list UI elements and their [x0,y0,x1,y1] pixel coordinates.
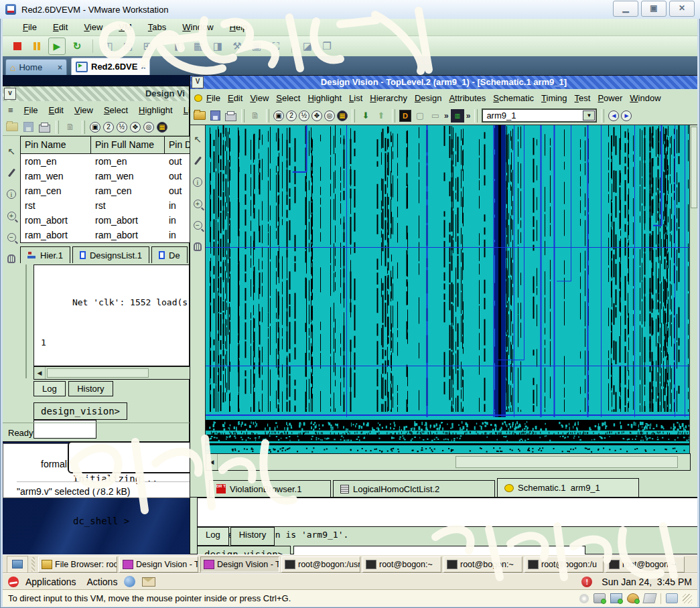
back-icon[interactable]: ◄ [608,110,619,121]
dv-left-log[interactable]: Net 'clk': 1552 load(s 1 Current design … [33,264,190,366]
menu-file[interactable]: File [23,22,37,32]
design-select-combobox[interactable]: arm9_1 ▼ [482,108,597,123]
library-button[interactable]: ❐ [319,38,335,54]
scrollbar-thumb[interactable] [456,456,678,469]
log-hscrollbar[interactable]: ◀ [33,366,191,380]
dv-front-titlebar[interactable]: V Design Vision - TopLevel.2 (arm9_1) - … [190,76,697,89]
pencil-icon[interactable] [192,155,204,167]
tab-history[interactable]: History [230,527,275,546]
mail-launcher-icon[interactable] [142,577,155,587]
settings-button[interactable]: ⚒ [229,38,245,54]
pencil-icon[interactable] [5,167,17,179]
zoom-sel-icon[interactable]: ◎ [143,122,154,133]
menu-view[interactable]: View [84,22,102,32]
dvl-menu-view[interactable]: View [74,105,93,115]
dvf-menu-attributes[interactable]: Attributes [449,93,486,103]
dvf-menu-timing[interactable]: Timing [541,93,567,103]
menu-tabs[interactable]: Tabs [148,22,166,32]
up-level-icon[interactable]: ⬆ [374,109,388,123]
dvf-menu-window[interactable]: Window [630,93,660,103]
tab-home[interactable]: ⌂ Home × [5,59,67,75]
tab-de-truncated[interactable]: De [151,246,188,263]
panel-handle[interactable] [31,557,35,572]
properties-icon[interactable]: 🗎 [249,109,262,123]
dvf-menu-design[interactable]: Design [415,93,441,103]
menu-edit[interactable]: Edit [53,22,68,32]
redhat-menu-icon[interactable] [8,577,19,587]
task-terminal-1[interactable]: root@bogon:/usr [281,556,360,573]
dvl-menu-edit[interactable]: Edit [49,105,64,115]
timing-report-icon[interactable]: ▥ [451,109,464,123]
design-browser-icon[interactable]: D [399,110,411,122]
browser-launcher-icon[interactable] [124,576,135,587]
dvf-menu-file[interactable]: File [206,93,220,103]
menu-help[interactable]: Help [230,22,248,32]
task-terminal-2[interactable]: root@bogon:~ [362,556,441,573]
dvl-menu-select[interactable]: Select [104,105,128,115]
zoom-fit-icon[interactable]: ▣ [90,122,100,133]
dvf-menu-edit[interactable]: Edit [228,93,242,103]
unity-button[interactable]: ◨ [210,38,226,54]
scroll-left-icon[interactable]: ◀ [206,454,218,470]
scrollbar-thumb[interactable] [47,368,149,378]
select-cursor-icon[interactable]: ↖ [192,133,204,145]
task-terminal-5[interactable]: root@bogon:~ [606,556,685,573]
console-view-button[interactable]: ▦ [190,38,206,54]
table-row[interactable]: ram_wenram_wenout [21,169,190,183]
select-cursor-icon[interactable]: ↖ [5,145,17,157]
zoom-in-icon[interactable]: + [5,210,17,222]
pan-icon[interactable]: ✥ [311,110,322,121]
open-icon[interactable] [5,121,19,134]
power-off-button[interactable] [9,38,25,54]
network-device-icon[interactable] [610,593,622,603]
sound-device-icon[interactable] [627,593,639,603]
print-icon[interactable] [38,121,51,134]
dvf-menu-test[interactable]: Test [575,93,591,103]
display-device-icon[interactable] [642,593,656,603]
zoom-out-icon[interactable]: − [5,231,17,243]
zoom-2x-icon[interactable]: 2 [103,122,114,133]
col-pin-full-name[interactable]: Pin Full Name [91,137,165,153]
tab-log[interactable]: Log [33,381,66,396]
message-log-icon[interactable] [666,593,678,603]
show-desktop-button[interactable] [7,556,28,573]
toolbar-overflow-chevron[interactable]: » [444,111,449,121]
scroll-left-icon[interactable]: ◀ [34,367,46,379]
pin-table[interactable]: Pin Name Pin Full Name Pin Dir rom_enrom… [20,136,191,243]
dv-front-log[interactable]: Current design is 'arm9_1'. design_visio… [197,498,697,527]
save-icon[interactable] [208,109,222,123]
reset-button[interactable]: ↻ [69,38,85,54]
dvf-menu-view[interactable]: View [250,93,269,103]
power-on-button[interactable]: ▶ [48,37,66,55]
close-button[interactable]: ✕ [669,1,695,17]
path-view-icon[interactable]: ▭ [429,109,442,123]
dvf-menu-hierarchy[interactable]: Hierarchy [370,93,407,103]
capture-button[interactable]: ▣ [249,38,265,54]
snapshot-button[interactable]: ◫ [100,38,117,54]
col-pin-dir[interactable]: Pin Dir [165,137,190,153]
snapshot-manager-button[interactable]: ⊞ [139,38,155,54]
info-icon[interactable]: i [192,176,204,188]
dvl-menu-file[interactable]: File [24,105,38,115]
schematic-vscrollbar[interactable] [689,125,697,453]
tab-schematic1-arm9-1[interactable]: Schematic.1 arm9_1 [497,478,639,497]
zoom-half-icon[interactable]: ½ [117,122,127,133]
window-menu-icon[interactable]: V [192,76,204,88]
dvf-menu-highlight[interactable]: Highlight [307,93,342,103]
tab-history[interactable]: History [68,381,113,396]
zoom-in-icon[interactable]: + [192,198,204,210]
maximize-button[interactable]: ▣ [641,1,667,17]
fullscreen-button[interactable]: ⛶ [268,38,284,54]
applications-menu[interactable]: Applications [25,577,76,587]
table-row[interactable]: ram_abortram_abortin [21,228,190,242]
file-browser-window[interactable]: formali Initializing... dc_shell > "arm9… [3,443,208,498]
cdrom-device-icon[interactable] [579,594,589,603]
info-icon[interactable]: i [5,188,17,200]
prompt-label[interactable]: design_vision> [33,402,127,420]
dvf-menu-power[interactable]: Power [598,93,622,103]
scrollbar-thumb[interactable] [691,127,697,208]
command-input[interactable] [293,546,585,555]
task-terminal-3[interactable]: root@bogon:~ [443,556,522,573]
pan-icon[interactable]: ✥ [130,122,141,133]
dvl-menu-highlight[interactable]: Highlight [139,105,173,115]
